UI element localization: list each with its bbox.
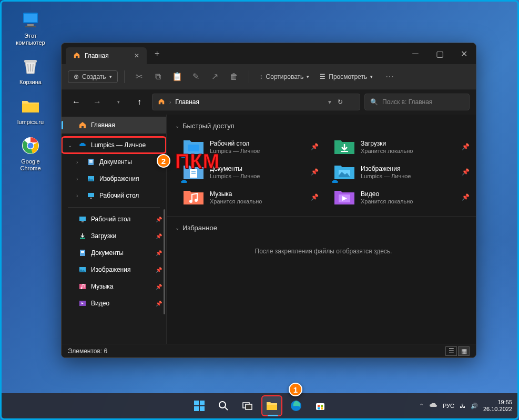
svg-rect-18 [79,217,86,221]
separator [124,70,125,83]
taskbar-store[interactable] [310,395,331,416]
chevron-down-icon[interactable]: ▾ [328,98,331,106]
paste-icon: 📋 [172,71,182,81]
favorites-header[interactable]: ⌄ Избранное [175,221,472,235]
chevron-right-icon[interactable]: › [76,176,83,182]
taskbar-edge[interactable] [286,395,307,416]
sidebar-item-label: Видео [91,300,109,307]
quick-item-video[interactable]: ВидеоХранится локально 📌 [331,186,472,209]
sort-button[interactable]: ↕ Сортировать ▾ [256,71,314,83]
quick-item-pictures[interactable]: ИзображенияLumpics — Личное 📌 [331,160,472,183]
sidebar-quick-pictures[interactable]: Изображения 📌 [62,261,166,278]
monitor-icon [20,9,41,30]
search-input[interactable]: 🔍 Поиск в: Главная [364,94,470,110]
sort-icon: ↕ [260,73,263,80]
forward-button[interactable]: → [89,94,106,110]
clock[interactable]: 19:55 26.10.2022 [483,399,512,413]
tray-chevron-icon[interactable]: ⌃ [419,403,424,409]
sidebar-quick-desktop[interactable]: Рабочий стол 📌 [62,211,166,228]
maximize-button[interactable]: ▢ [428,43,452,64]
item-sub: Lumpics — Личное [361,173,411,179]
sidebar-item-documents[interactable]: › Документы [62,153,166,170]
search-icon: 🔍 [370,98,378,106]
svg-rect-22 [81,251,84,252]
close-button[interactable]: ✕ [452,43,476,64]
new-button[interactable]: ⊕ Создать ▾ [68,70,118,83]
paste-button[interactable]: 📋 [169,68,186,85]
chevron-right-icon[interactable]: › [76,193,83,199]
desktop-icon-label: Этот компьютер [16,33,45,46]
pin-icon: 📌 [156,233,162,239]
pictures-folder-icon [333,162,355,181]
sidebar-item-desktop[interactable]: › Рабочий стол [62,187,166,204]
copy-button[interactable]: ⧉ [150,68,167,85]
more-button[interactable]: ⋯ [381,68,398,85]
svg-rect-32 [191,173,196,174]
svg-line-7 [33,64,33,71]
chevron-down-icon: ▾ [109,74,112,79]
svg-rect-17 [90,198,92,199]
item-name: Музыка [210,190,262,198]
task-view-button[interactable] [237,395,258,416]
svg-rect-12 [89,160,93,161]
start-button[interactable] [189,395,210,416]
pin-icon: 📌 [462,168,470,176]
pin-icon: 📌 [156,284,162,290]
sidebar-quick-music[interactable]: Музыка 📌 [62,278,166,295]
svg-rect-19 [82,221,84,222]
svg-rect-44 [246,404,252,409]
back-button[interactable]: ← [68,94,85,110]
quick-item-downloads[interactable]: ЗагрузкиХранится локально 📌 [331,135,472,158]
tiles-view-button[interactable]: ▦ [458,346,470,356]
new-tab-button[interactable]: + [149,45,166,62]
chevron-down-icon[interactable]: ⌄ [68,142,74,148]
refresh-button[interactable]: ↻ [338,98,354,106]
video-folder-icon [333,188,355,207]
desktop-icon-this-pc[interactable]: Этот компьютер [12,9,49,46]
sidebar-item-pictures[interactable]: › Изображения [62,170,166,187]
recent-button[interactable]: ▾ [110,94,127,110]
pin-icon: 📌 [156,267,162,273]
quick-item-music[interactable]: МузыкаХранится локально 📌 [180,186,321,209]
desktop-icon-chrome[interactable]: Google Chrome [12,135,49,172]
sidebar-quick-documents[interactable]: Документы 📌 [62,244,166,261]
volume-icon[interactable]: 🔊 [471,403,478,409]
sidebar-quick-downloads[interactable]: Загрузки 📌 [62,228,166,244]
view-button[interactable]: ☰ Просмотреть ▾ [316,71,377,83]
tab-home[interactable]: Главная ✕ [66,47,147,64]
sidebar-item-label: Рабочий стол [91,216,130,223]
desktop-icon-label: lumpics.ru [17,119,44,126]
pin-icon: 📌 [156,217,162,222]
quick-access-header[interactable]: ⌄ Быстрый доступ [175,119,472,133]
view-mode-buttons: ☰ ▦ [445,346,470,356]
sidebar-item-onedrive[interactable]: ⌄ Lumpics — Личное [62,137,166,153]
sidebar: Главная ⌄ Lumpics — Личное › Документы ›… [62,115,167,344]
desktop-icon-recycle-bin[interactable]: Корзина [12,56,49,86]
network-icon[interactable]: 🖧 [460,403,465,409]
rename-icon: ✎ [192,71,199,81]
up-button[interactable]: ↑ [131,94,148,110]
chevron-down-icon: ▾ [370,74,373,79]
item-name: Загрузки [361,140,413,147]
pin-icon: 📌 [156,301,162,306]
cut-button[interactable]: ✂ [131,68,148,85]
quick-access-grid: Рабочий столLumpics — Личное 📌 ЗагрузкиХ… [180,135,472,209]
home-icon [78,121,87,129]
language-indicator[interactable]: РУС [443,403,454,409]
sidebar-quick-video[interactable]: Видео 📌 [62,295,166,312]
minimize-button[interactable]: ─ [403,43,428,64]
rename-button[interactable]: ✎ [188,68,205,85]
details-view-button[interactable]: ☰ [445,346,457,356]
desktop-icon-folder-lumpics[interactable]: lumpics.ru [12,96,49,126]
address-bar[interactable]: › Главная ▾ ↻ [152,94,360,110]
taskbar-file-explorer[interactable] [261,395,282,416]
svg-line-5 [28,64,28,71]
close-icon[interactable]: ✕ [134,52,139,59]
sidebar-item-label: Изображения [99,175,139,182]
search-button[interactable] [213,395,234,416]
share-button[interactable]: ↗ [207,68,223,85]
onedrive-tray-icon[interactable] [429,402,437,409]
chevron-right-icon[interactable]: › [76,159,83,165]
delete-button[interactable]: 🗑 [226,68,242,85]
sidebar-item-home[interactable]: Главная [62,117,166,134]
